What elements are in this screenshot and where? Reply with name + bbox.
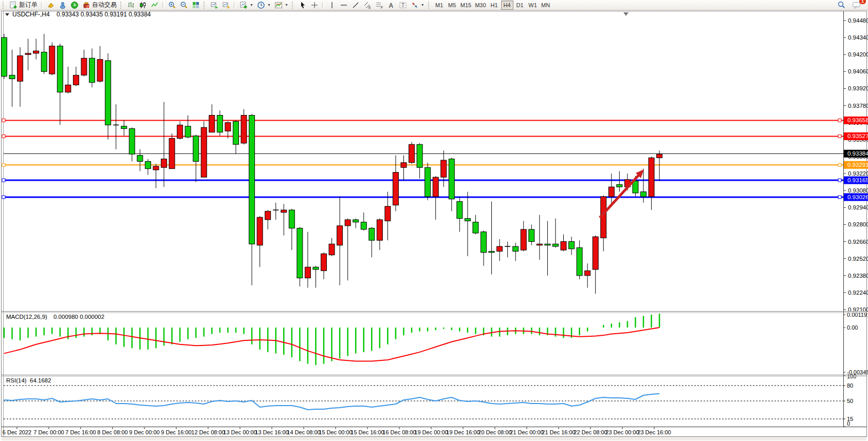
timeframe-button-M30[interactable]: M30 [473, 1, 487, 10]
hline-handle[interactable] [838, 163, 841, 166]
auto-trading-button[interactable]: 自动交易 [81, 1, 118, 10]
toolbar-grip [3, 2, 6, 9]
text-tool-button[interactable]: A [385, 1, 397, 10]
chevron-down-icon: ▼ [421, 3, 424, 7]
separator [41, 2, 43, 9]
time-tick-label: 23 Dec 00:00 [605, 429, 639, 435]
price-tick-label: 0.92240 [848, 290, 868, 296]
timeframe-button-H4[interactable]: H4 [501, 1, 513, 10]
search-button[interactable] [836, 1, 847, 10]
toolbar: 新订单 自动交易 ▼ ▼ ▼ E F A T ▼ [0, 0, 868, 10]
hline-handle[interactable] [838, 119, 841, 122]
expert-advisor-icon [59, 1, 67, 9]
candlestick-chart-icon [139, 1, 147, 9]
tile-windows-button[interactable] [190, 1, 201, 10]
time-tick-label: 20 Dec 08:00 [478, 429, 511, 435]
time-tick-label: 19 Dec 16:00 [446, 429, 479, 435]
signal-button[interactable] [69, 1, 80, 10]
candle [297, 227, 303, 286]
trendline-tool-button[interactable] [350, 1, 361, 10]
timeframe-button-MN[interactable]: MN [540, 1, 552, 10]
hline-handle[interactable] [2, 163, 5, 166]
expert-advisor-button[interactable] [57, 1, 68, 10]
fibonacci-tool-button[interactable]: F [374, 1, 385, 10]
hline-handle[interactable] [838, 196, 841, 199]
candlestick-chart-button[interactable] [137, 1, 149, 10]
gold-icon [47, 1, 55, 9]
svg-text:A: A [389, 2, 393, 9]
vertical-line-tool-button[interactable] [326, 1, 338, 10]
hline-handle[interactable] [2, 196, 5, 199]
horizontal-line-tool-button[interactable] [338, 1, 349, 10]
timeframe-toolbar: M1M5M15M30H1H4D1W1MN [433, 1, 552, 10]
rsi-label: RSI(14) [6, 377, 27, 384]
equidistant-channel-tool-button[interactable]: E [362, 1, 373, 10]
gold-button[interactable] [45, 1, 57, 10]
candle [49, 43, 55, 75]
timeframe-button-M1[interactable]: M1 [433, 1, 446, 10]
toolbar-grip [120, 2, 123, 9]
text-label-tool-button[interactable]: T [397, 1, 409, 10]
price-badge-label: 0.93384 [847, 150, 868, 157]
bar-chart-icon [127, 1, 135, 9]
cascade-charts-button[interactable] [220, 1, 232, 10]
toolbar-grip [292, 2, 295, 9]
time-tick-label: 22 Dec 08:00 [574, 429, 607, 435]
cursor-tool-button[interactable] [297, 1, 308, 10]
timeframe-button-M5[interactable]: M5 [446, 1, 458, 10]
timeframe-button-W1[interactable]: W1 [527, 1, 539, 10]
arrow-objects-button[interactable]: ▼ [409, 1, 426, 10]
candle [409, 142, 415, 164]
chart-template-button[interactable]: ▼ [273, 1, 290, 10]
time-tick-label: 13 Dec 16:00 [255, 429, 288, 435]
cursor-icon [299, 1, 307, 9]
price-tick-label: 0.93920 [848, 85, 868, 91]
auto-trading-label: 自动交易 [92, 1, 117, 9]
hline-handle[interactable] [2, 179, 5, 182]
time-tick-label: 21 Dec 16:00 [542, 429, 575, 435]
candle [425, 163, 431, 200]
candle [169, 133, 175, 169]
clock-icon [257, 1, 265, 9]
new-order-icon [9, 1, 17, 9]
timeframe-button-D1[interactable]: D1 [514, 1, 526, 10]
arrange-charts-button[interactable] [209, 1, 220, 10]
time-tick-label: 23 Dec 16:00 [637, 429, 671, 435]
hline-handle[interactable] [2, 119, 5, 122]
equidistant-channel-icon: E [363, 1, 372, 9]
price-tick-label: 0.92660 [848, 239, 868, 245]
time-tick-label: 15 Dec 00:00 [319, 429, 352, 435]
time-tick-label: 15 Dec 16:00 [350, 429, 384, 435]
chart-window[interactable]: 0.944800.943400.942000.940600.939200.937… [0, 0, 868, 441]
time-tick-label: 9 Dec 16:00 [161, 429, 191, 435]
timeframe-button-M15[interactable]: M15 [459, 1, 473, 10]
tile-windows-icon [192, 1, 200, 9]
zoom-out-icon [180, 1, 188, 9]
zoom-in-button[interactable] [167, 1, 178, 10]
new-chart-button[interactable]: ▼ [238, 1, 255, 10]
time-tick-label: 14 Dec 08:00 [287, 429, 320, 435]
zoom-out-button[interactable] [178, 1, 190, 10]
toolbar-grip [428, 2, 431, 9]
hline-handle[interactable] [838, 135, 841, 138]
rsi-value: 64.1682 [30, 377, 51, 384]
hline-handle[interactable] [838, 179, 841, 182]
price-badge-label: 0.93527 [847, 133, 868, 139]
timeframe-button-H1[interactable]: H1 [488, 1, 501, 10]
separator [322, 2, 324, 9]
candle [201, 121, 207, 177]
new-order-label: 新订单 [19, 1, 38, 9]
new-order-button[interactable]: 新订单 [8, 1, 39, 10]
price-badge-label: 0.93165 [847, 177, 868, 183]
line-chart-button[interactable] [149, 1, 160, 10]
price-tick-label: 0.94060 [848, 68, 868, 74]
crosshair-tool-button[interactable] [309, 1, 320, 10]
bar-chart-button[interactable] [125, 1, 137, 10]
period-clock-button[interactable]: ▼ [255, 1, 272, 10]
macd-values: 0.000980 0.000002 [53, 314, 104, 320]
arrow-objects-icon [411, 1, 419, 9]
hline-handle[interactable] [2, 135, 5, 138]
price-tick-label: 0.92940 [848, 204, 868, 210]
line-chart-icon [151, 1, 159, 9]
fibonacci-icon: F [375, 1, 383, 9]
